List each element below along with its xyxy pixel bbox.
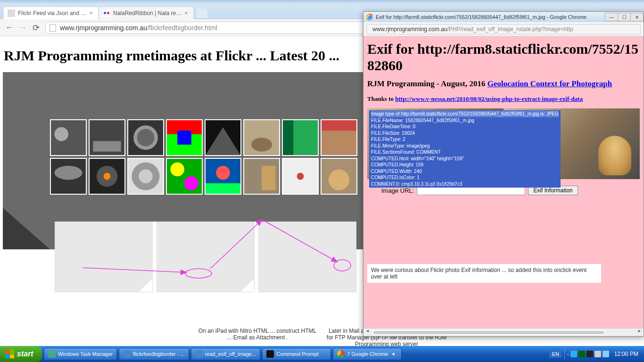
thumbnail[interactable] bbox=[50, 119, 87, 156]
svg-rect-3 bbox=[93, 141, 121, 151]
scroll-thumb[interactable] bbox=[372, 330, 605, 335]
tray-monitor-icon[interactable] bbox=[570, 351, 577, 357]
svg-point-26 bbox=[170, 162, 184, 176]
thumbnail[interactable] bbox=[282, 119, 319, 156]
sw-close-button[interactable]: ✕ bbox=[630, 13, 644, 21]
svg-rect-14 bbox=[283, 120, 293, 155]
exif-line: FILE.FileType: 2 bbox=[371, 136, 559, 143]
taskbar-item[interactable]: read_exif_off_image... bbox=[191, 348, 261, 360]
exif-line: COMPUTED.Height: 159 bbox=[371, 162, 559, 168]
language-indicator[interactable]: EN bbox=[549, 350, 562, 358]
tutorial-panel-3 bbox=[258, 222, 356, 292]
thanks-line: Thanks to http://www.v-nessa.net/2010/08… bbox=[367, 95, 640, 103]
exif-heading: Exif for http://farm8.staticflickr.com/7… bbox=[367, 41, 640, 74]
task-label: flickrfeedbigborder - ... bbox=[133, 351, 184, 357]
new-tab-button[interactable] bbox=[196, 8, 207, 18]
exif-line: COMPUTED.IsColor: 1 bbox=[371, 174, 559, 181]
reload-button[interactable]: ⟳ bbox=[29, 21, 42, 34]
scroll-left-icon[interactable]: ◄ bbox=[363, 329, 372, 336]
sub-prefix: RJM Programming - August, 2016 bbox=[367, 79, 487, 88]
thumbnail[interactable] bbox=[127, 119, 164, 156]
thumbnail[interactable] bbox=[243, 119, 280, 156]
tray-keyboard-icon[interactable] bbox=[594, 351, 601, 357]
thumbnail[interactable] bbox=[127, 158, 164, 195]
back-button[interactable]: ← bbox=[3, 21, 16, 34]
exif-line: COMPUTED.html: width="240" height="159" bbox=[371, 156, 559, 162]
thumbnail[interactable] bbox=[205, 119, 241, 156]
forward-button[interactable]: → bbox=[16, 21, 29, 34]
thumbnail[interactable] bbox=[166, 119, 203, 156]
tray-expand-icon[interactable]: ‹ bbox=[567, 351, 569, 357]
tray-shield-icon[interactable] bbox=[578, 351, 585, 357]
thanks-link[interactable]: http://www.v-nessa.net/2010/08/02/using-… bbox=[395, 95, 583, 102]
sw-url-domain: www.rjmprogramming.com.au bbox=[372, 26, 447, 33]
tray-app-icon[interactable] bbox=[586, 351, 593, 357]
exif-line: COMMENT.0: cmp3.10.3.1Lq3 0x1829d7c3 bbox=[371, 181, 559, 188]
svg-point-5 bbox=[135, 127, 156, 148]
taskbar-item[interactable]: Command Prompt bbox=[262, 348, 331, 360]
exif-image-box: Image type of http://farm8.staticflickr.… bbox=[367, 108, 640, 179]
thanks-prefix: Thanks to bbox=[367, 95, 395, 102]
sw-minimize-button[interactable]: — bbox=[605, 13, 618, 21]
tab-nala[interactable]: NalaRedRibbon | Nala ready × bbox=[99, 7, 193, 19]
thumbnail[interactable] bbox=[50, 158, 87, 195]
tab-close-icon[interactable]: × bbox=[88, 10, 94, 16]
exif-line: FILE.FileName: 15828605447_6d82f59f61_m.… bbox=[371, 117, 559, 124]
sw-titlebar[interactable]: Exif for http://farm8.staticflickr.com/7… bbox=[363, 12, 644, 22]
app-icon bbox=[48, 350, 56, 358]
svg-point-18 bbox=[54, 166, 82, 180]
exif-subheading: RJM Programming - August, 2016 Geolocati… bbox=[367, 79, 640, 89]
taskbar-item[interactable]: flickrfeedbigborder - ... bbox=[119, 348, 189, 360]
geolocation-link[interactable]: Geolocation Context for Photograph bbox=[487, 79, 612, 88]
taskbar-item[interactable]: Windows Task Manager bbox=[44, 348, 117, 360]
tutorial-panels bbox=[55, 222, 356, 292]
chrome-icon bbox=[366, 14, 373, 20]
exif-data-overlay: Image type of http://farm8.staticflickr.… bbox=[369, 110, 561, 188]
thumbnail[interactable] bbox=[205, 158, 241, 195]
thumbnail[interactable] bbox=[321, 119, 357, 156]
thumbnail[interactable] bbox=[282, 158, 319, 195]
clock[interactable]: 12:00 PM bbox=[611, 351, 642, 357]
tab-flickr-feed[interactable]: Flickr Feed via Json and jQu × bbox=[4, 7, 98, 19]
sw-address-bar[interactable]: www.rjmprogramming.com.au/PHP/read_exif_… bbox=[366, 24, 641, 34]
exif-line: Image type of http://farm8.staticflickr.… bbox=[371, 111, 559, 117]
window-titlebar[interactable] bbox=[0, 0, 644, 4]
thumbnail[interactable] bbox=[321, 158, 357, 195]
favicon-generic-icon bbox=[8, 9, 15, 17]
task-label: 7 Google Chrome bbox=[347, 351, 388, 357]
svg-point-1 bbox=[54, 127, 68, 141]
chevron-down-icon[interactable]: ▾ bbox=[390, 351, 397, 357]
svg-rect-8 bbox=[177, 131, 191, 145]
thumbnail[interactable] bbox=[243, 158, 280, 195]
thumbnail[interactable] bbox=[166, 158, 203, 195]
sw-toolbar: www.rjmprogramming.com.au/PHP/read_exif_… bbox=[363, 22, 644, 36]
svg-point-21 bbox=[104, 173, 111, 180]
exif-page-body: Exif for http://farm8.staticflickr.com/7… bbox=[363, 36, 644, 328]
exif-line: COMPUTED.Width: 240 bbox=[371, 168, 559, 175]
svg-point-12 bbox=[251, 138, 272, 152]
scroll-right-icon[interactable]: ► bbox=[636, 329, 644, 336]
svg-point-30 bbox=[216, 166, 230, 180]
tab-close-icon[interactable]: × bbox=[183, 10, 190, 16]
tray-volume-icon[interactable] bbox=[603, 351, 609, 357]
task-label: read_exif_off_image... bbox=[205, 351, 256, 357]
caption-left: On an iPad with Nitro HTML ... construct… bbox=[196, 328, 319, 346]
task-label: Windows Task Manager bbox=[58, 351, 113, 357]
scroll-track[interactable] bbox=[372, 329, 636, 336]
exif-browser-window: Exif for http://farm8.staticflickr.com/7… bbox=[363, 11, 644, 337]
tray-separator bbox=[564, 348, 565, 360]
svg-point-27 bbox=[184, 176, 198, 190]
thumbnail[interactable] bbox=[89, 119, 125, 156]
svg-rect-32 bbox=[262, 166, 276, 190]
sw-maximize-button[interactable]: ☐ bbox=[618, 13, 631, 21]
tab-title: NalaRedRibbon | Nala ready bbox=[113, 10, 183, 16]
footer-note: We were curious about Flickr photo Exif … bbox=[367, 264, 601, 283]
thumbnail[interactable] bbox=[89, 158, 125, 195]
svg-point-36 bbox=[329, 169, 349, 190]
horizontal-scrollbar[interactable]: ◄ ► bbox=[363, 328, 644, 336]
exif-line: FILE.SectionsFound: COMMENT bbox=[371, 149, 559, 156]
windows-flag-icon bbox=[5, 350, 15, 359]
start-button[interactable]: start bbox=[0, 346, 42, 362]
taskbar-item[interactable]: 7 Google Chrome▾ bbox=[333, 348, 402, 360]
svg-rect-16 bbox=[322, 120, 356, 131]
